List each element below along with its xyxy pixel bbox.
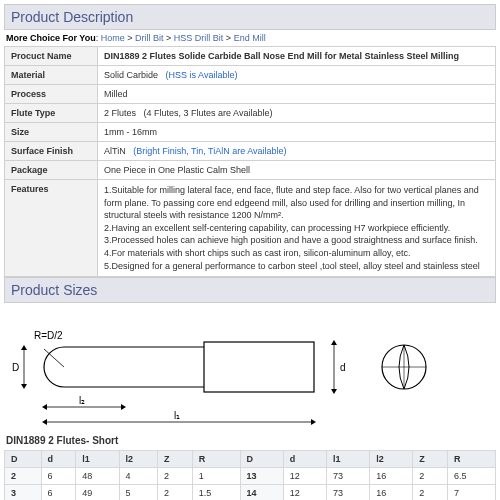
material-label: Material xyxy=(5,66,98,85)
size-value: 1mm - 16mm xyxy=(98,123,496,142)
cell: 14 xyxy=(240,485,283,500)
cell: 6 xyxy=(41,485,76,500)
cell: 16 xyxy=(370,485,413,500)
col-header: Z xyxy=(413,451,448,468)
breadcrumb-end-mill[interactable]: End Mill xyxy=(234,33,266,43)
cell: 2 xyxy=(413,485,448,500)
cell: 1 xyxy=(192,468,240,485)
cell: 16 xyxy=(370,468,413,485)
cell: 12 xyxy=(283,468,326,485)
cell: 2 xyxy=(5,468,42,485)
breadcrumb-home[interactable]: Home xyxy=(101,33,125,43)
svg-text:l₂: l₂ xyxy=(79,395,85,406)
package-label: Package xyxy=(5,161,98,180)
cell: 49 xyxy=(76,485,119,500)
col-header: D xyxy=(240,451,283,468)
flute-value: 2 Flutes (4 Flutes, 3 Flutes are Availab… xyxy=(98,104,496,123)
col-header: l1 xyxy=(76,451,119,468)
svg-text:R=D/2: R=D/2 xyxy=(34,330,63,341)
breadcrumb-drill-bit[interactable]: Drill Bit xyxy=(135,33,164,43)
cell: 73 xyxy=(326,468,369,485)
features-label: Features xyxy=(5,180,98,277)
cell: 6 xyxy=(41,468,76,485)
product-description-header: Product Description xyxy=(4,4,496,30)
dimension-diagram: R=D/2 D d l₂ l₁ xyxy=(4,307,496,427)
svg-line-3 xyxy=(44,349,64,367)
breadcrumb: More Choice For You: Home > Drill Bit > … xyxy=(4,30,496,46)
features-value: 1.Suitable for milling lateral face, end… xyxy=(98,180,496,277)
svg-text:d: d xyxy=(340,362,346,373)
cell: 13 xyxy=(240,468,283,485)
size-label: Size xyxy=(5,123,98,142)
cell: 73 xyxy=(326,485,369,500)
cell: 3 xyxy=(5,485,42,500)
cell: 4 xyxy=(119,468,158,485)
col-header: d xyxy=(41,451,76,468)
col-header: l1 xyxy=(326,451,369,468)
col-header: l2 xyxy=(119,451,158,468)
col-header: l2 xyxy=(370,451,413,468)
svg-text:D: D xyxy=(12,362,19,373)
col-header: R xyxy=(448,451,496,468)
cell: 2 xyxy=(413,468,448,485)
cell: 2 xyxy=(158,485,193,500)
cell: 7 xyxy=(448,485,496,500)
cell: 48 xyxy=(76,468,119,485)
sizes-table: Ddl1l2ZRDdl1l2ZR 26484211312731626.53649… xyxy=(4,450,496,500)
col-header: R xyxy=(192,451,240,468)
process-label: Process xyxy=(5,85,98,104)
material-value: Solid Carbide (HSS is Available) xyxy=(98,66,496,85)
cell: 2 xyxy=(158,468,193,485)
cell: 1.5 xyxy=(192,485,240,500)
svg-text:l₁: l₁ xyxy=(174,410,180,421)
table-row: 3649521.51412731627 xyxy=(5,485,496,500)
process-value: Milled xyxy=(98,85,496,104)
col-header: Z xyxy=(158,451,193,468)
flute-label: Flute Type xyxy=(5,104,98,123)
finish-value: AlTiN (Bright Finish, Tin, TiAlN are Ava… xyxy=(98,142,496,161)
table-row: 26484211312731626.5 xyxy=(5,468,496,485)
package-value: One Piece in One Plastic Calm Shell xyxy=(98,161,496,180)
col-header: d xyxy=(283,451,326,468)
cell: 12 xyxy=(283,485,326,500)
breadcrumb-label: More Choice For You xyxy=(6,33,96,43)
col-header: D xyxy=(5,451,42,468)
name-value: DIN1889 2 Flutes Solide Carbide Ball Nos… xyxy=(98,47,496,66)
cell: 6.5 xyxy=(448,468,496,485)
name-label: Procuct Name xyxy=(5,47,98,66)
product-sizes-header: Product Sizes xyxy=(4,277,496,303)
description-table: Procuct NameDIN1889 2 Flutes Solide Carb… xyxy=(4,46,496,277)
breadcrumb-hss-drill-bit[interactable]: HSS Drill Bit xyxy=(174,33,224,43)
cell: 5 xyxy=(119,485,158,500)
finish-label: Surface Finish xyxy=(5,142,98,161)
svg-rect-2 xyxy=(204,342,314,392)
sizes-table-title: DIN1889 2 Flutes- Short xyxy=(4,431,496,450)
